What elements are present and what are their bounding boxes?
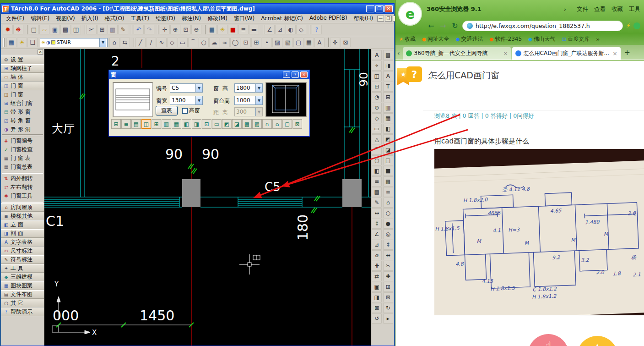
sidebar-item-file-layout[interactable]: ▤文件布图 [1, 290, 44, 299]
sidebar-item-grid-column[interactable]: ⊞轴网柱子 [1, 64, 44, 73]
toolbar-undo[interactable]: ↶ [134, 25, 144, 34]
bookmark-3[interactable]: ●软件-2345 [489, 35, 522, 43]
cad-menu-9[interactable]: 窗口(W) [231, 14, 258, 23]
right-tool-b-icon-16[interactable]: ● [383, 219, 393, 229]
browser-menu-0[interactable]: 文件 [577, 5, 588, 13]
browser-menu-2[interactable]: 收藏 [612, 5, 623, 13]
sidebar-item-settings[interactable]: ⚙设 置 [1, 55, 44, 64]
right-tool-icon-2[interactable]: ◫ [372, 71, 382, 81]
sidebar-item-flip-in-out[interactable]: ⇅内外翻转 [1, 174, 44, 183]
toolbar-plot-preview[interactable]: ◫ [71, 25, 81, 34]
toolbar-layer-previous[interactable]: ❏ [27, 38, 38, 47]
cad-menu-8[interactable]: 修改(M) [204, 14, 231, 23]
combo-arrow-icon[interactable]: ▼ [255, 84, 262, 92]
right-tool-b-icon-5[interactable]: ▥ [383, 103, 393, 113]
toolbar-color-control[interactable]: ■ [228, 25, 238, 34]
draw-tool-line[interactable]: ╱ [135, 38, 146, 47]
browser-tab-1[interactable]: 怎么用CAD画门窗_广联达服务新...× [512, 47, 621, 60]
draw-tool-rectangle[interactable]: ▭ [178, 38, 188, 47]
sidebar-item-wall[interactable]: ▭墙 体 [1, 73, 44, 82]
sidebar-item-section[interactable]: ◨剖 面 [1, 229, 44, 238]
screen-menu-close-icon[interactable]: ✕ [38, 49, 43, 55]
window-type-icon-1[interactable]: ≡ [121, 119, 131, 129]
right-tool-icon-13[interactable]: ▤ [372, 187, 382, 197]
sidebar-item-tools[interactable]: ✦工 具 [1, 264, 44, 273]
right-tool-b-icon-2[interactable]: A [383, 71, 393, 81]
toolbar-render[interactable]: ◐ [286, 25, 296, 34]
browser-tab-0[interactable]: 360导航_新一代安全上网导航× [403, 47, 511, 60]
right-tool-b-icon-1[interactable]: ◨ [383, 60, 393, 71]
favorite-button[interactable]: ★ [577, 336, 618, 346]
toolbar-make-current[interactable]: ⌂ [109, 38, 119, 47]
browser-menu-3[interactable]: 工具 [629, 5, 640, 13]
window-type-icon-10[interactable]: ▭ [212, 119, 222, 129]
tab-close-icon[interactable]: × [503, 50, 508, 57]
right-tool-b-icon-6[interactable]: ▦ [383, 113, 393, 123]
help-icon[interactable]: ? [292, 71, 299, 78]
toolbar-redo[interactable]: ↷ [144, 25, 154, 34]
high-window-checkbox[interactable]: 高窗 [182, 107, 200, 115]
browser-logo-icon[interactable]: e [398, 2, 422, 26]
browser-menu-1[interactable]: 查看 [594, 5, 606, 13]
sill-height-combo[interactable]: 1000 ▼ [234, 96, 263, 105]
right-tool-b-icon-22[interactable]: ⊞ [383, 282, 393, 292]
sidebar-item-elevation[interactable]: ◧立 面 [1, 220, 44, 229]
right-tool-icon-25[interactable]: ↺ [372, 313, 382, 324]
question-stats[interactable]: 浏览8 次 | 0 回答 | 0 答得好 | 0问得好 [434, 112, 534, 120]
sidebar-item-dw-number[interactable]: #门窗编号 [1, 137, 44, 145]
sidebar-item-misc[interactable]: ○其 它 [1, 299, 44, 308]
right-tool-b-icon-12[interactable]: ▩ [383, 176, 393, 187]
sidebar-item-dw-tools[interactable]: ✱门窗工具 [1, 192, 44, 200]
right-tool-icon-6[interactable]: ◇ [372, 113, 382, 123]
draw-tool-insert-block[interactable]: ⊡ [241, 38, 251, 47]
right-tool-b-icon-11[interactable]: ■ [383, 166, 393, 176]
draw-tool-polygon[interactable]: ◇ [167, 38, 177, 47]
right-tool-b-icon-13[interactable]: ≡ [383, 187, 393, 197]
right-tool-icon-20[interactable]: ✚ [372, 261, 382, 271]
right-tool-icon-22[interactable]: ▣ [372, 282, 382, 292]
tab-scroll-left-icon[interactable]: ‹ [397, 49, 400, 57]
restore-button[interactable]: ❐ [375, 5, 384, 12]
draw-tool-arc[interactable]: ⌒ [188, 38, 198, 47]
toolbar-layer-properties[interactable]: ▦ [6, 38, 16, 47]
toolbar-match-properties[interactable]: ✎ [118, 25, 128, 34]
layer-dropdown-arrow[interactable]: ▼ [99, 38, 106, 47]
combo-arrow-icon[interactable]: ▼ [255, 96, 262, 104]
right-tool-b-icon-14[interactable]: ⌂ [383, 198, 393, 208]
sidebar-item-symbol[interactable]: ✎符号标注 [1, 255, 44, 264]
download-icon[interactable] [633, 22, 640, 29]
right-tool-b-icon-3[interactable]: T [383, 82, 393, 92]
cad-menu-11[interactable]: Adobe PDF(B) [306, 14, 351, 23]
draw-tool-make-block[interactable]: ⊞ [251, 38, 261, 47]
toolbar-orbit[interactable]: ◇ [296, 25, 306, 34]
toolbar-pan[interactable]: ✛ [160, 25, 170, 34]
window-type-icon-17[interactable]: ▢ [282, 119, 292, 129]
pin-icon[interactable]: ↧ [283, 71, 290, 78]
menu-chevron-icon[interactable]: › [564, 6, 566, 13]
mdi-button-1[interactable]: ❐ [385, 16, 392, 22]
right-tool-icon-3[interactable]: ⊞ [372, 82, 382, 92]
cad-menu-5[interactable]: 工具(T) [128, 14, 153, 23]
draw-tool-circle[interactable]: ○ [199, 38, 209, 47]
combo-arrow-icon[interactable]: ▼ [195, 96, 202, 104]
window-type-icon-18[interactable]: ⊠ [292, 119, 302, 129]
cad-menu-12[interactable]: 帮助(H) [351, 14, 376, 23]
right-tool-icon-4[interactable]: ◔ [372, 92, 382, 102]
forward-button[interactable]: → [438, 22, 448, 30]
window-type-icon-9[interactable]: ⊡ [202, 119, 211, 129]
cad-menu-0[interactable]: 文件(F) [3, 14, 27, 23]
toolbar-plot[interactable]: ▤ [60, 25, 70, 34]
draw-tool-table[interactable]: ▦ [304, 38, 314, 47]
window-type-icon-6[interactable]: ▦ [172, 119, 181, 129]
sidebar-item-model-3d[interactable]: ◆三维建模 [1, 273, 44, 281]
draw-tool-gradient[interactable]: ▧ [283, 38, 293, 47]
bookmark-1[interactable]: ●网址大全 [422, 35, 449, 43]
sidebar-item-door-window[interactable]: ◫门 窗 [1, 82, 44, 90]
draw-tool-move[interactable]: ✜ [330, 38, 340, 47]
toolbar-layer-match[interactable]: ⇆ [120, 38, 130, 47]
toolbar-open[interactable]: ▱ [39, 25, 49, 34]
right-tool-icon-17[interactable]: ∠ [372, 229, 382, 239]
bookmark-5[interactable]: ▤百度文库 [562, 35, 590, 43]
toolbar-zoom-window[interactable]: ⊡ [181, 25, 191, 34]
right-tool-b-icon-25[interactable]: ▸ [383, 313, 393, 324]
